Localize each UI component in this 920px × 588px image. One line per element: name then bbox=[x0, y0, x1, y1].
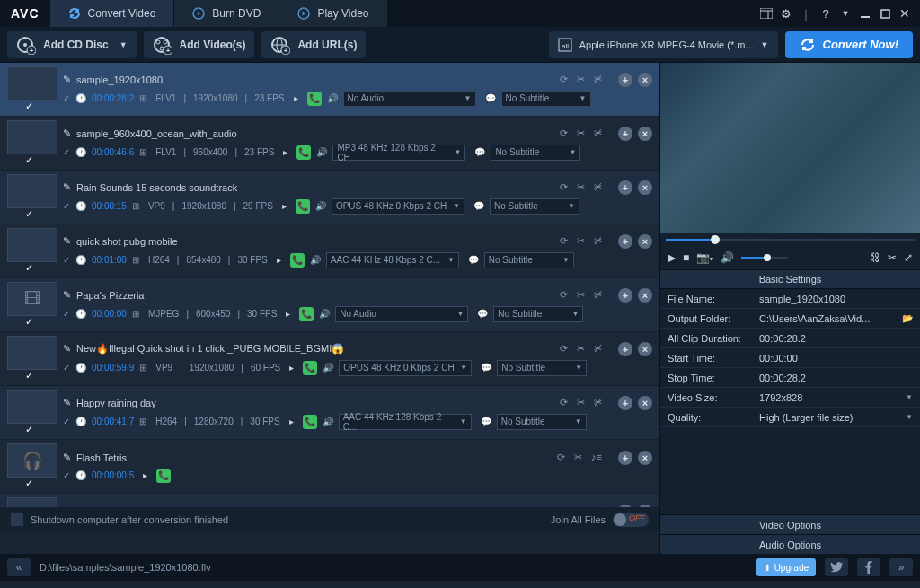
video-row[interactable]: ✓✎New🔥Illegal Quick shot in 1 click _PUB… bbox=[0, 332, 659, 386]
speaker-icon[interactable]: 🔊 bbox=[323, 363, 333, 373]
remove-row-icon[interactable]: × bbox=[638, 127, 652, 141]
cut-icon[interactable]: ✂ bbox=[577, 343, 585, 355]
speaker-icon[interactable]: 🔊 bbox=[327, 93, 338, 103]
pencil-icon[interactable]: ✎ bbox=[63, 505, 71, 507]
subtitle-select[interactable]: No Subtitle▼ bbox=[491, 145, 580, 161]
twitter-icon[interactable] bbox=[825, 558, 848, 576]
chevron-down-icon[interactable]: ▼ bbox=[837, 5, 854, 22]
add-row-icon[interactable]: + bbox=[618, 234, 632, 249]
collapse-left-icon[interactable]: « bbox=[7, 558, 31, 576]
subtitle-select[interactable]: No Subtitle▼ bbox=[493, 306, 583, 322]
row-checkbox[interactable]: ✓ bbox=[25, 424, 38, 435]
refresh-icon[interactable]: ⟳ bbox=[560, 505, 568, 507]
add-urls-button[interactable]: + Add URL(s) bbox=[261, 31, 366, 58]
shutdown-checkbox[interactable] bbox=[11, 513, 23, 526]
video-options-button[interactable]: Video Options bbox=[660, 514, 920, 534]
refresh-icon[interactable]: ⟳ bbox=[560, 343, 568, 355]
seek-bar[interactable] bbox=[660, 233, 920, 246]
subtitle-icon[interactable]: 💬 bbox=[468, 255, 479, 265]
minimize-icon[interactable] bbox=[857, 5, 873, 22]
phone-icon[interactable]: 📞 bbox=[296, 145, 311, 160]
add-row-icon[interactable]: + bbox=[618, 505, 632, 508]
pencil-icon[interactable]: ✎ bbox=[63, 343, 71, 355]
subtitle-select[interactable]: No Subtitle▼ bbox=[497, 414, 587, 430]
subtitle-icon[interactable]: 💬 bbox=[473, 201, 484, 211]
remove-row-icon[interactable]: × bbox=[638, 396, 652, 410]
pencil-icon[interactable]: ✎ bbox=[63, 181, 71, 193]
nocut-icon[interactable]: ✂̸ bbox=[594, 235, 602, 247]
row-checkbox[interactable]: ✓ bbox=[25, 208, 38, 220]
subtitle-select[interactable]: No Subtitle▼ bbox=[490, 198, 579, 215]
phone-icon[interactable]: 📞 bbox=[290, 253, 305, 268]
phone-icon[interactable]: 📞 bbox=[303, 361, 317, 375]
subtitle-icon[interactable]: 💬 bbox=[474, 147, 485, 157]
pencil-icon[interactable]: ✎ bbox=[63, 235, 71, 247]
add-row-icon[interactable]: + bbox=[618, 342, 632, 356]
cut-icon[interactable]: ✂ bbox=[577, 505, 585, 507]
remove-row-icon[interactable]: × bbox=[638, 288, 652, 303]
setting-row[interactable]: Quality:High (Larger file size)▼ bbox=[660, 408, 920, 427]
add-row-icon[interactable]: + bbox=[618, 73, 632, 87]
speaker-icon[interactable]: 🔊 bbox=[315, 201, 326, 211]
refresh-icon[interactable]: ⟳ bbox=[557, 452, 565, 463]
row-checkbox[interactable]: ✓ bbox=[25, 154, 38, 166]
subtitle-icon[interactable]: 💬 bbox=[485, 93, 496, 103]
join-files-toggle[interactable]: OFF bbox=[613, 513, 649, 527]
remove-row-icon[interactable]: × bbox=[638, 342, 652, 356]
video-row[interactable]: ✓✎Happy raining day⟳✂✂̸+×✓🕐00:00:41.7⊞H2… bbox=[0, 386, 659, 440]
gear-icon[interactable]: ⚙ bbox=[778, 5, 794, 22]
pencil-icon[interactable]: ✎ bbox=[63, 127, 71, 139]
refresh-icon[interactable]: ⟳ bbox=[560, 235, 568, 247]
remove-row-icon[interactable]: × bbox=[638, 180, 652, 195]
camera-icon[interactable]: 📷▾ bbox=[696, 251, 713, 264]
row-checkbox[interactable]: ✓ bbox=[25, 316, 38, 328]
row-checkbox[interactable]: ✓ bbox=[25, 370, 38, 382]
video-row[interactable]: 🎧✓✎Flash Tetris⟳✂♪≡+×✓🕐00:00:00.5▸📞 bbox=[0, 440, 659, 494]
speaker-icon[interactable]: 🔊 bbox=[310, 255, 321, 265]
setting-row[interactable]: Video Size:1792x828▼ bbox=[660, 388, 920, 408]
phone-icon[interactable]: 📞 bbox=[303, 415, 317, 429]
subtitle-icon[interactable]: 💬 bbox=[481, 363, 491, 373]
subtitle-icon[interactable]: 💬 bbox=[481, 417, 491, 426]
add-row-icon[interactable]: + bbox=[618, 396, 632, 410]
tab-play-video[interactable]: Play Video bbox=[279, 0, 387, 27]
pencil-icon[interactable]: ✎ bbox=[63, 289, 71, 301]
cut-icon[interactable]: ✂ bbox=[577, 127, 585, 139]
speaker-icon[interactable]: 🔊 bbox=[721, 251, 734, 264]
add-row-icon[interactable]: + bbox=[618, 127, 632, 141]
music-icon[interactable]: ♪≡ bbox=[591, 452, 602, 463]
refresh-icon[interactable]: ⟳ bbox=[560, 181, 568, 193]
video-row[interactable]: 🎞✓✎Papa's Pizzeria⟳✂✂̸+×✓🕐00:00:00⊞MJPEG… bbox=[0, 278, 659, 332]
row-checkbox[interactable]: ✓ bbox=[25, 262, 38, 274]
phone-icon[interactable]: 📞 bbox=[307, 92, 322, 106]
nocut-icon[interactable]: ✂̸ bbox=[594, 74, 602, 85]
phone-icon[interactable]: 📞 bbox=[299, 307, 314, 321]
nocut-icon[interactable]: ✂̸ bbox=[594, 127, 602, 139]
add-row-icon[interactable]: + bbox=[618, 451, 632, 465]
nocut-icon[interactable]: ✂̸ bbox=[594, 505, 602, 507]
cut-icon[interactable]: ✂ bbox=[888, 251, 897, 264]
subtitle-select[interactable]: No Subtitle▼ bbox=[497, 360, 587, 376]
refresh-icon[interactable]: ⟳ bbox=[560, 397, 568, 408]
pencil-icon[interactable]: ✎ bbox=[63, 74, 71, 85]
add-row-icon[interactable]: + bbox=[618, 288, 632, 303]
video-row[interactable]: ✓✎sample_960x400_ocean_with_audio⟳✂✂̸+×✓… bbox=[0, 117, 659, 171]
upgrade-button[interactable]: ⬆Upgrade bbox=[756, 558, 816, 576]
expand-right-icon[interactable]: » bbox=[889, 558, 913, 576]
remove-row-icon[interactable]: × bbox=[638, 451, 652, 465]
tab-convert-video[interactable]: Convert Video bbox=[50, 0, 175, 27]
audio-select[interactable]: MP3 48 KHz 128 Kbps 2 CH▼ bbox=[332, 145, 465, 161]
audio-select[interactable]: AAC 44 KHz 128 Kbps 2 C...▼ bbox=[339, 414, 472, 430]
close-icon[interactable]: ✕ bbox=[897, 5, 913, 22]
cut-icon[interactable]: ✂ bbox=[577, 74, 585, 85]
expand-icon[interactable]: ⤢ bbox=[904, 251, 913, 264]
subtitle-select[interactable]: No Subtitle▼ bbox=[501, 91, 591, 107]
audio-options-button[interactable]: Audio Options bbox=[660, 534, 920, 554]
audio-select[interactable]: OPUS 48 KHz 0 Kbps 2 CH▼ bbox=[339, 360, 472, 376]
facebook-icon[interactable] bbox=[857, 558, 880, 576]
refresh-icon[interactable]: ⟳ bbox=[560, 74, 568, 85]
nocut-icon[interactable]: ✂̸ bbox=[594, 289, 602, 301]
audio-select[interactable]: No Audio▼ bbox=[335, 306, 468, 322]
maximize-icon[interactable] bbox=[877, 5, 893, 22]
preview-player[interactable] bbox=[660, 63, 920, 233]
